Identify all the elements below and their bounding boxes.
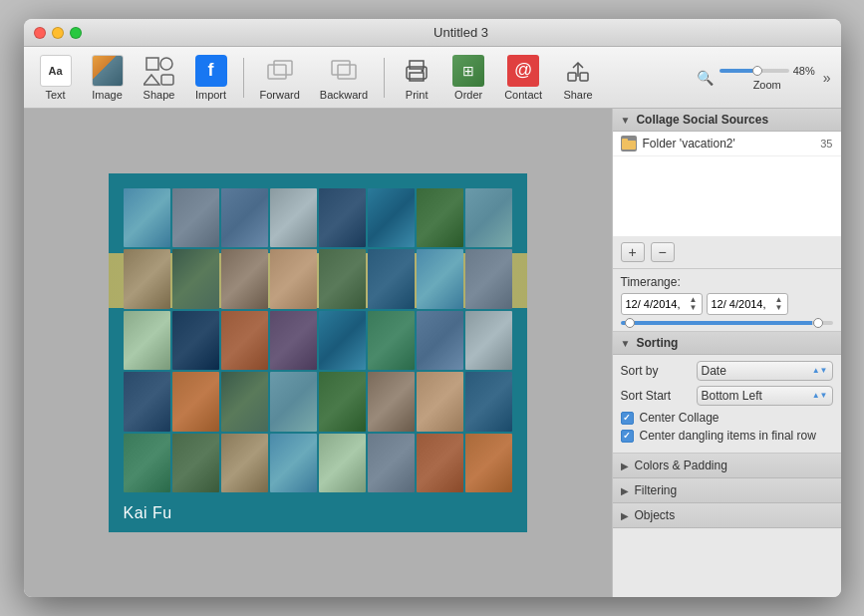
photo-cell — [270, 311, 317, 370]
timerange-label: Timerange: — [621, 275, 833, 289]
expand-button[interactable]: » — [821, 68, 833, 88]
svg-rect-3 — [161, 75, 173, 85]
zoom-thumb[interactable] — [752, 66, 762, 76]
start-date-down[interactable]: ▼ — [690, 304, 698, 312]
toolbar-separator-1 — [243, 58, 244, 98]
sort-start-label: Sort Start — [621, 389, 693, 403]
zoom-slider[interactable] — [720, 69, 789, 73]
sort-by-value: Date — [702, 364, 726, 378]
backward-icon — [328, 55, 360, 87]
toolbar-separator-2 — [384, 58, 385, 98]
import-label: Import — [195, 89, 226, 101]
source-count: 35 — [820, 138, 832, 150]
photo-cell — [417, 434, 463, 492]
toolbar-item-import[interactable]: f Import — [187, 51, 235, 105]
sources-section-label: Collage Social Sources — [636, 113, 768, 127]
end-date-input[interactable]: 12/ 4/2014, ▲ ▼ — [707, 293, 788, 315]
toolbar-item-share[interactable]: Share — [554, 51, 602, 105]
photo-cell — [221, 188, 268, 247]
zoom-out-icon: 🔍 — [697, 70, 714, 86]
center-dangling-checkbox[interactable]: ✓ — [621, 430, 634, 443]
photo-cell — [319, 372, 366, 431]
minimize-button[interactable] — [52, 27, 64, 39]
center-collage-row: ✓ Center Collage — [621, 411, 833, 425]
svg-rect-0 — [146, 58, 158, 70]
svg-rect-10 — [410, 73, 424, 81]
sorting-section-label: Sorting — [636, 336, 678, 350]
maximize-button[interactable] — [70, 27, 82, 39]
source-item-vacation2[interactable]: Folder 'vacation2' 35 — [613, 132, 841, 156]
svg-rect-13 — [568, 73, 576, 81]
photo-cell — [465, 249, 512, 308]
filtering-section[interactable]: ▶ Filtering — [613, 478, 841, 503]
photo-cell — [124, 434, 170, 492]
timerange-left-thumb[interactable] — [625, 318, 635, 328]
sources-list: Folder 'vacation2' 35 — [613, 132, 841, 236]
photo-cell — [319, 434, 366, 492]
sort-start-row: Sort Start Bottom Left ▲▼ — [621, 386, 833, 406]
photo-cell — [368, 434, 415, 492]
shape-label: Shape — [144, 89, 175, 101]
sort-start-select[interactable]: Bottom Left ▲▼ — [697, 386, 833, 406]
photo-cell — [465, 311, 512, 370]
start-date-spinner[interactable]: ▲ ▼ — [690, 296, 698, 312]
end-date-spinner[interactable]: ▲ ▼ — [775, 296, 783, 312]
photo-cell — [124, 188, 170, 247]
photo-cell — [319, 188, 366, 247]
add-source-button[interactable]: + — [621, 242, 645, 262]
toolbar-item-shape[interactable]: Shape — [136, 51, 183, 105]
svg-rect-7 — [332, 61, 350, 75]
zoom-value: 48% — [793, 65, 815, 77]
start-date-value: 12/ 4/2014, — [626, 298, 681, 310]
end-date-value: 12/ 4/2014, — [712, 298, 766, 310]
toolbar-item-backward[interactable]: Backward — [312, 51, 376, 105]
svg-rect-4 — [268, 65, 286, 79]
sort-by-row: Sort by Date ▲▼ — [621, 361, 833, 381]
timerange-section: Timerange: 12/ 4/2014, ▲ ▼ 12/ 4/2014, ▲ — [613, 269, 841, 332]
objects-section-label: Objects — [635, 508, 676, 522]
sort-by-select[interactable]: Date ▲▼ — [697, 361, 833, 381]
print-icon — [401, 55, 432, 87]
objects-section[interactable]: ▶ Objects — [613, 503, 841, 528]
contact-icon: @ — [507, 55, 539, 87]
sort-by-arrow-icon: ▲▼ — [812, 366, 828, 376]
canvas-area[interactable]: Kai Fu — [24, 109, 612, 597]
remove-source-button[interactable]: − — [651, 242, 675, 262]
end-date-down[interactable]: ▼ — [775, 304, 783, 312]
toolbar-item-order[interactable]: ⊞ Order — [444, 51, 492, 105]
image-label: Image — [92, 89, 123, 101]
start-date-input[interactable]: 12/ 4/2014, ▲ ▼ — [621, 293, 703, 315]
photo-cell — [221, 249, 268, 308]
toolbar-item-print[interactable]: Print — [393, 51, 440, 105]
svg-rect-5 — [274, 61, 292, 75]
toolbar-item-forward[interactable]: Forward — [252, 51, 308, 105]
timerange-right-thumb[interactable] — [813, 318, 823, 328]
photo-cell — [270, 249, 317, 308]
colors-padding-section[interactable]: ▶ Colors & Padding — [613, 454, 841, 478]
zoom-label: Zoom — [753, 79, 781, 91]
titlebar: Untitled 3 — [24, 19, 841, 47]
toolbar-item-image[interactable]: Image — [84, 51, 132, 105]
sorting-section-header[interactable]: ▼ Sorting — [613, 332, 841, 355]
photo-cell — [172, 249, 219, 308]
panel-controls: + − — [613, 236, 841, 269]
print-label: Print — [406, 89, 429, 101]
photo-cell — [172, 372, 219, 431]
photo-cell — [417, 249, 463, 308]
zoom-control: 48% Zoom — [720, 65, 815, 91]
photo-cell — [417, 188, 463, 247]
sources-section-header[interactable]: ▼ Collage Social Sources — [613, 109, 841, 132]
photo-cell — [465, 372, 512, 431]
sorting-arrow-icon: ▼ — [621, 338, 631, 349]
photo-grid — [124, 188, 512, 492]
share-label: Share — [563, 89, 592, 101]
toolbar-item-contact[interactable]: @ Contact — [496, 51, 550, 105]
toolbar-item-text[interactable]: Aa Text — [32, 51, 80, 105]
photo-cell — [124, 311, 170, 370]
timerange-slider[interactable] — [621, 321, 833, 325]
photo-cell — [368, 188, 415, 247]
center-collage-checkbox[interactable]: ✓ — [621, 412, 634, 425]
svg-rect-9 — [410, 61, 424, 69]
close-button[interactable] — [34, 27, 46, 39]
center-collage-label: Center Collage — [640, 411, 720, 425]
